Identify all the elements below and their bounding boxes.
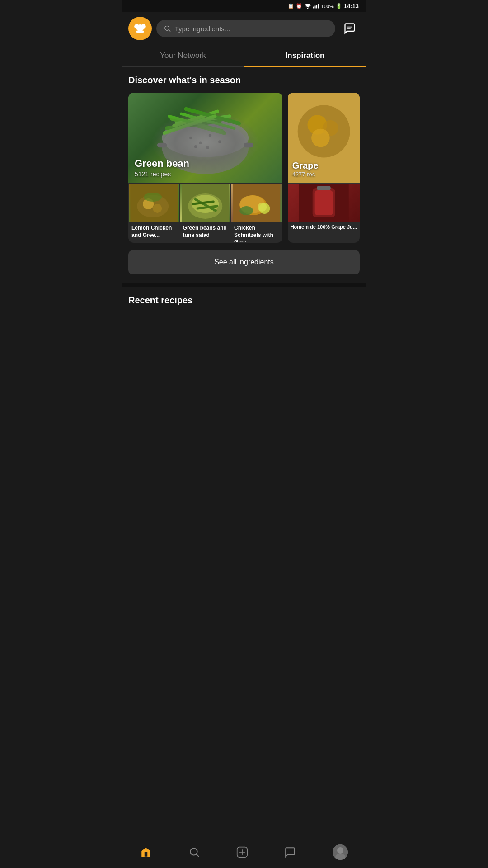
section-divider xyxy=(122,283,366,287)
see-all-ingredients-button[interactable]: See all ingredients xyxy=(128,250,360,274)
svg-rect-8 xyxy=(136,31,144,33)
recipe-thumb-img-2 xyxy=(180,184,231,222)
recent-recipes-section: Recent recipes xyxy=(122,287,366,349)
svg-rect-3 xyxy=(316,5,317,8)
main-content: Discover what's in season xyxy=(122,67,366,287)
svg-line-24 xyxy=(186,109,239,123)
search-bar[interactable] xyxy=(156,20,335,37)
recipe-img-lemon-chicken xyxy=(129,184,179,222)
svg-line-22 xyxy=(181,114,234,128)
recipe-thumbnails-green-bean: Lemon Chicken and Gree... Green be xyxy=(128,183,282,243)
recent-recipes-title: Recent recipes xyxy=(128,295,360,306)
wifi-icon xyxy=(304,3,311,9)
chat-icon xyxy=(343,22,356,35)
svg-point-33 xyxy=(144,193,162,202)
battery-label: 100% xyxy=(321,4,334,9)
grape-thumb-img xyxy=(288,183,360,222)
svg-line-20 xyxy=(176,116,229,123)
grape-recipe-thumb[interactable]: Homem de 100% Grape Ju... xyxy=(288,183,360,232)
season-cards-scroll[interactable]: Green bean 5121 recipes xyxy=(122,93,366,243)
recipe-img-schnitzel xyxy=(231,184,282,222)
grape-juice-img xyxy=(288,184,360,222)
chat-button[interactable] xyxy=(340,19,360,38)
svg-line-26 xyxy=(164,116,215,133)
recipe-img-green-beans-tuna xyxy=(180,184,231,222)
recipe-label-2: Green beans and tuna salad xyxy=(180,222,231,241)
recipe-thumb-img-3 xyxy=(231,184,282,222)
grape-card-image: Grape 4277 rec xyxy=(288,93,360,183)
notification-icon: 📋 xyxy=(288,3,294,9)
svg-rect-28 xyxy=(244,143,253,148)
time-display: 14:13 xyxy=(344,3,359,9)
svg-point-14 xyxy=(199,141,202,144)
app-logo[interactable] xyxy=(128,17,152,40)
search-input[interactable] xyxy=(175,25,328,33)
season-card-image-green-bean: Green bean 5121 recipes xyxy=(128,93,282,183)
recipe-thumb-img-1 xyxy=(129,184,179,222)
svg-rect-1 xyxy=(313,6,314,8)
svg-point-45 xyxy=(239,206,253,215)
season-ingredient-name: Green bean xyxy=(135,158,189,170)
season-recipe-count: 5121 recipes xyxy=(135,170,189,178)
chef-hat-icon xyxy=(133,22,147,35)
svg-point-50 xyxy=(311,129,330,147)
svg-point-13 xyxy=(189,137,192,139)
svg-rect-4 xyxy=(318,4,319,9)
svg-point-32 xyxy=(153,204,162,213)
search-icon xyxy=(164,24,171,33)
svg-point-7 xyxy=(141,24,146,29)
season-header-text-green-bean: Green bean 5121 recipes xyxy=(135,158,189,178)
battery-icon: 🔋 xyxy=(336,3,342,9)
status-icons: 📋 ⏰ 100% 🔋 14:13 xyxy=(288,3,359,9)
svg-line-21 xyxy=(167,121,220,128)
grape-recipe-count: 4277 rec xyxy=(292,171,319,178)
tab-inspiration[interactable]: Inspiration xyxy=(244,45,366,66)
grape-header-text: Grape 4277 rec xyxy=(292,160,319,178)
svg-line-10 xyxy=(169,30,170,31)
svg-rect-54 xyxy=(317,186,330,190)
recipe-thumb-1[interactable]: Lemon Chicken and Gree... xyxy=(129,184,179,242)
recipe-thumb-2[interactable]: Green beans and tuna salad xyxy=(180,184,231,242)
svg-line-19 xyxy=(172,118,225,133)
season-section-title: Discover what's in season xyxy=(128,75,360,85)
signal-icon xyxy=(313,3,319,9)
svg-rect-53 xyxy=(314,190,333,215)
svg-point-6 xyxy=(134,24,139,29)
svg-point-17 xyxy=(194,145,197,148)
alarm-icon: ⏰ xyxy=(296,3,302,9)
svg-point-15 xyxy=(209,134,211,137)
status-bar: 📋 ⏰ 100% 🔋 14:13 xyxy=(122,0,366,12)
tab-bar: Your Network Inspiration xyxy=(122,45,366,67)
svg-point-12 xyxy=(162,118,249,157)
season-card-grape-partial[interactable]: Grape 4277 rec Homem de 100% Grape Ju... xyxy=(288,93,360,243)
tab-your-network[interactable]: Your Network xyxy=(122,45,244,66)
grape-ingredient-name: Grape xyxy=(292,160,319,171)
svg-line-25 xyxy=(169,116,222,131)
svg-point-16 xyxy=(218,140,221,143)
season-card-green-bean[interactable]: Green bean 5121 recipes xyxy=(128,93,282,243)
recipe-thumb-3[interactable]: Chicken Schnitzels with Gree... xyxy=(231,184,282,242)
svg-point-0 xyxy=(307,8,308,9)
header xyxy=(122,12,366,45)
svg-point-44 xyxy=(258,203,267,212)
recipe-label-3: Chicken Schnitzels with Gree... xyxy=(231,222,282,242)
svg-rect-27 xyxy=(157,143,167,148)
recipe-label-1: Lemon Chicken and Gree... xyxy=(129,222,179,241)
svg-rect-2 xyxy=(314,5,315,8)
svg-point-18 xyxy=(206,146,209,149)
grape-recipe-label: Homem de 100% Grape Ju... xyxy=(288,222,360,232)
